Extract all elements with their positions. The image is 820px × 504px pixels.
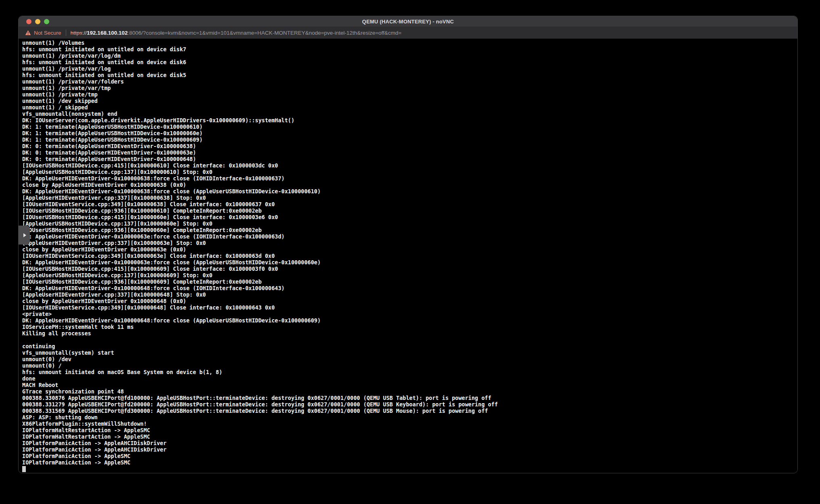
console-line: DK: AppleUserHIDEventDriver-0x100000638:… xyxy=(22,175,797,182)
not-secure-label: Not Secure xyxy=(34,30,61,36)
console-line: IOPlatformPanicAction -> AppleSMC xyxy=(22,453,797,459)
console-line: unmount(0) /dev xyxy=(22,356,797,362)
console-line: IOPlatformPanicAction -> AppleSMC xyxy=(22,459,797,466)
console-line: DK: 0: terminate(AppleUserHIDEventDriver… xyxy=(22,149,797,156)
fullscreen-window-button[interactable] xyxy=(44,19,49,24)
url-path: :8006/?console=kvm&novnc=1&vmid=101&vmna… xyxy=(128,30,401,36)
address-bar[interactable]: Not Secure https://192.168.100.102:8006/… xyxy=(19,27,797,39)
console-line: vfs_unmountall(nonsystem) end xyxy=(22,111,797,117)
console-line: DK: 1: terminate(AppleUserUSBHostHIDDevi… xyxy=(22,130,797,136)
console-line: 000388.331569 AppleUSBEHCIPort@fd300000:… xyxy=(22,408,797,414)
novnc-control-bar-handle[interactable] xyxy=(19,226,30,245)
console-line: done xyxy=(22,375,797,382)
console-line: hfs: unmount initiated on untitled on de… xyxy=(22,72,797,78)
console-line: unmount(0) / xyxy=(22,362,797,369)
console-line: close by AppleUserHIDEventDriver 0x10000… xyxy=(22,298,797,304)
screen-background: QEMU (HACK-MONTEREY) - noVNC Not Secure … xyxy=(0,0,820,504)
console-line: DK: 1: terminate(AppleUserUSBHostHIDDevi… xyxy=(22,123,797,130)
console-line: close by AppleUserHIDEventDriver 0x10000… xyxy=(22,246,797,253)
console-line: unmount(1) /private/var/folders xyxy=(22,78,797,85)
expand-right-arrow-icon xyxy=(23,233,26,237)
console-line: [IOUserUSBHostHIDDevice.cpp:415][0x10000… xyxy=(22,266,797,272)
console-line: hfs: unmount initiated on untitled on de… xyxy=(22,46,797,52)
browser-window: QEMU (HACK-MONTEREY) - noVNC Not Secure … xyxy=(18,16,798,473)
console-line: 000388.330876 AppleUSBEHCIPort@fd100000:… xyxy=(22,395,797,401)
console-line: IOPlatformHaltRestartAction -> AppleSMC xyxy=(22,433,797,440)
console-line: IOPlatformHaltRestartAction -> AppleSMC xyxy=(22,427,797,433)
console-line: continuing xyxy=(22,343,797,349)
url-host: 192.168.100.102 xyxy=(87,30,128,36)
console-line: [AppleUserHIDEventDriver.cpp:337][0x1000… xyxy=(22,194,797,201)
console-line: DK: 0: terminate(AppleUserHIDEventDriver… xyxy=(22,156,797,162)
console-line: unmount(1) /Volumes xyxy=(22,40,797,46)
console-line: [IOUserUSBHostHIDDevice.cpp:936][0x10000… xyxy=(22,278,797,285)
console-line: DK: 0: terminate(AppleUserHIDEventDriver… xyxy=(22,143,797,149)
console-line: unmount(1) /private/var/log/dm xyxy=(22,52,797,59)
console-line: IOPlatformPanicAction -> AppleAHCIDiskDr… xyxy=(22,446,797,453)
console-line: [IOUserUSBHostHIDDevice.cpp:936][0x10000… xyxy=(22,227,797,233)
vnc-console[interactable]: unmount(1) /Volumeshfs: unmount initiate… xyxy=(19,39,797,473)
console-line: DK: IOUserServer(com.apple.driverkit.App… xyxy=(22,117,797,123)
console-line: [AppleUserHIDEventDriver.cpp:337][0x1000… xyxy=(22,240,797,246)
console-line: GTrace synchronization point 48 xyxy=(22,388,797,395)
console-line: DK: AppleUserHIDEventDriver-0x10000063e:… xyxy=(22,259,797,266)
minimize-window-button[interactable] xyxy=(35,19,40,24)
console-line: unmount(1) /dev skipped xyxy=(22,98,797,104)
console-line: unmount(1) /private/var/log xyxy=(22,65,797,72)
console-line: unmount(1) /private/tmp xyxy=(22,91,797,98)
console-line: [IOUserUSBHostHIDDevice.cpp:415][0x10000… xyxy=(22,214,797,220)
console-output: unmount(1) /Volumeshfs: unmount initiate… xyxy=(22,40,797,466)
console-line: ASP: ASP: shutting down xyxy=(22,414,797,420)
console-line: vfs_unmountall(system) start xyxy=(22,349,797,356)
console-line: DK: AppleUserHIDEventDriver-0x100000638:… xyxy=(22,188,797,194)
console-line: DK: 1: terminate(AppleUserUSBHostHIDDevi… xyxy=(22,136,797,143)
console-line: unmount(1) / skipped xyxy=(22,104,797,111)
window-titlebar[interactable]: QEMU (HACK-MONTEREY) - noVNC xyxy=(19,16,797,27)
console-line: [IOUserUSBHostHIDDevice.cpp:415][0x10000… xyxy=(22,162,797,169)
console-line: DK: AppleUserHIDEventDriver-0x100000648:… xyxy=(22,285,797,291)
console-line: close by AppleUserHIDEventDriver 0x10000… xyxy=(22,182,797,188)
console-line: [AppleUserUSBHostHIDDevice.cpp:137][0x10… xyxy=(22,272,797,278)
url-text: https://192.168.100.102:8006/?console=kv… xyxy=(71,30,402,36)
console-line: 000388.331279 AppleUSBEHCIPort@fd200000:… xyxy=(22,401,797,408)
console-line: Killing all processes xyxy=(22,330,797,337)
warning-icon xyxy=(25,30,31,36)
console-line: [IOUserHIDEventService.cpp:349][0x100000… xyxy=(22,304,797,311)
console-line: [IOUserHIDEventService.cpp:349][0x100000… xyxy=(22,253,797,259)
console-line: [AppleUserHIDEventDriver.cpp:337][0x1000… xyxy=(22,291,797,298)
console-line: hfs: unmount initiated on untitled on de… xyxy=(22,59,797,65)
console-line: IOServicePH::systemHalt took 11 ms xyxy=(22,324,797,330)
console-line: unmount(1) /private/var/tmp xyxy=(22,85,797,91)
terminal-cursor xyxy=(22,466,26,472)
console-line: hfs: unmount initiated on macOS Base Sys… xyxy=(22,369,797,375)
console-line: [IOUserUSBHostHIDDevice.cpp:936][0x10000… xyxy=(22,207,797,214)
console-line: DK: AppleUserHIDEventDriver-0x100000648:… xyxy=(22,317,797,324)
console-line: [AppleUserUSBHostHIDDevice.cpp:137][0x10… xyxy=(22,169,797,175)
console-line: IOPlatformPanicAction -> AppleAHCIDiskDr… xyxy=(22,440,797,446)
console-line: X86PlatformPlugin::systemWillShutdown! xyxy=(22,420,797,427)
close-window-button[interactable] xyxy=(26,19,31,24)
url-scheme: https xyxy=(71,30,82,36)
window-title: QEMU (HACK-MONTEREY) - noVNC xyxy=(19,19,797,25)
address-bar-divider xyxy=(66,29,66,36)
console-line xyxy=(22,337,797,343)
console-line: [IOUserHIDEventService.cpp:349][0x100000… xyxy=(22,201,797,207)
console-line: DK: AppleUserHIDEventDriver-0x10000063e:… xyxy=(22,233,797,240)
console-line: <private> xyxy=(22,311,797,317)
url-scheme-separator: :// xyxy=(82,30,87,36)
console-line: [AppleUserUSBHostHIDDevice.cpp:137][0x10… xyxy=(22,220,797,227)
console-line: MACH Reboot xyxy=(22,382,797,388)
traffic-lights xyxy=(26,16,49,27)
